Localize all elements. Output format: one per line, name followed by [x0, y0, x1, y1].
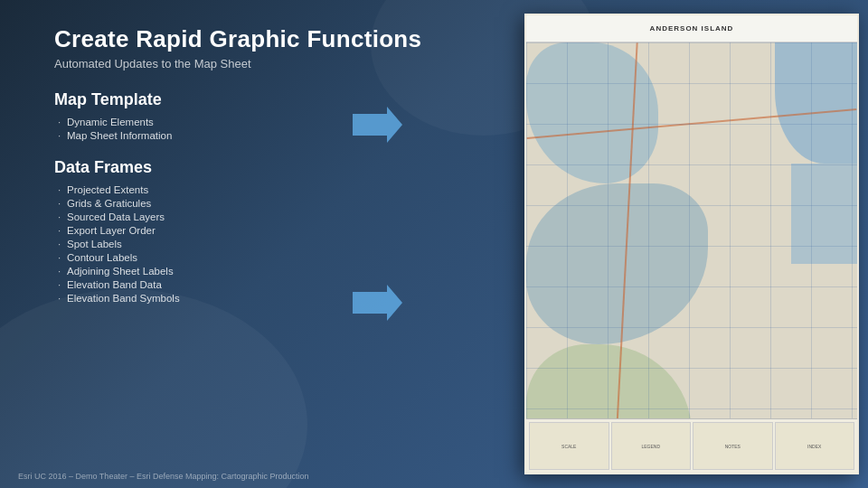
map-footer-index: INDEX — [775, 422, 855, 470]
item-grids-graticules: Grids & Graticules — [54, 196, 425, 210]
map-body — [526, 42, 857, 446]
map-grid-overlay — [526, 42, 857, 446]
arrow-data-frames — [353, 285, 402, 324]
slide-subtitle: Automated Updates to the Map Sheet — [54, 57, 425, 70]
arrow-map-template — [353, 107, 402, 146]
slide-title: Create Rapid Graphic Functions — [54, 25, 425, 53]
content-left: Create Rapid Graphic Functions Automated… — [27, 0, 443, 488]
map-footer-scale: SCALE — [529, 422, 609, 470]
map-header: ANDERSON ISLAND — [526, 15, 857, 42]
item-sourced-data-layers: Sourced Data Layers — [54, 210, 425, 223]
map-footer-notes: NOTES — [693, 422, 773, 470]
map-footer: SCALE LEGEND NOTES INDEX — [526, 418, 857, 473]
item-spot-labels: Spot Labels — [54, 237, 425, 250]
data-frames-heading: Data Frames — [54, 158, 425, 177]
item-contour-labels: Contour Labels — [54, 250, 425, 264]
map-footer-legend: LEGEND — [611, 422, 692, 470]
data-frames-section: Data Frames Projected Extents Grids & Gr… — [54, 158, 425, 305]
map-inner: ANDERSON ISLAND SCALE LEGEND — [526, 15, 857, 473]
item-export-layer-order: Export Layer Order — [54, 223, 425, 237]
item-projected-extents: Projected Extents — [54, 183, 425, 196]
svg-marker-0 — [353, 107, 402, 143]
slide-footer: Esri UC 2016 – Demo Theater – Esri Defen… — [18, 472, 309, 481]
item-adjoining-sheet-labels: Adjoining Sheet Labels — [54, 264, 425, 277]
map-display: ANDERSON ISLAND SCALE LEGEND — [524, 14, 859, 474]
svg-marker-1 — [353, 285, 402, 321]
slide: Create Rapid Graphic Functions Automated… — [0, 0, 868, 488]
